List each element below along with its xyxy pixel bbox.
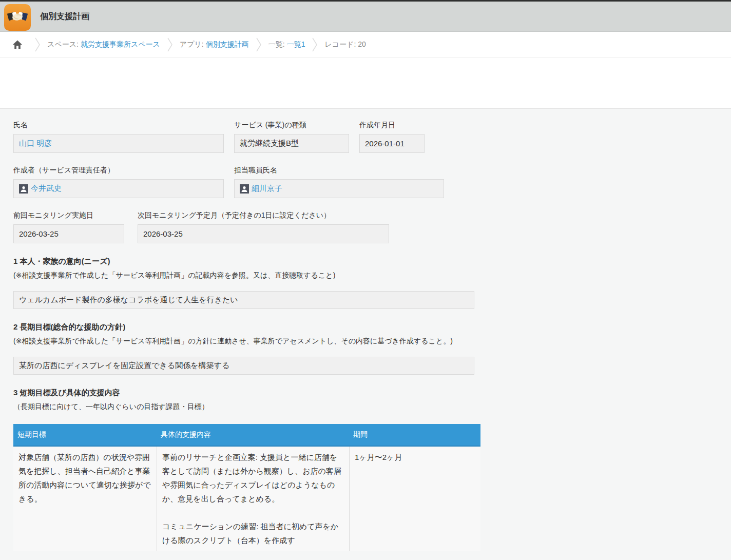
home-link[interactable] (7, 40, 28, 50)
breadcrumb-view-label: 一覧: (268, 40, 285, 49)
field-creator-value-link[interactable]: 今井武史 (31, 184, 62, 194)
section-short-goal-title: 3 短期目標及び具体的支援内容 (13, 388, 731, 398)
page-title: 個別支援計画 (40, 11, 89, 22)
breadcrumb-space: スペース: 就労支援事業所スペース (47, 40, 160, 49)
breadcrumb-record-label: レコード: 20 (324, 40, 366, 49)
chevron-right-icon (167, 37, 172, 52)
breadcrumb-app-label: アプリ: (180, 40, 204, 49)
field-creator-value-box: 今井武史 (13, 179, 224, 198)
field-name-label: 氏名 (13, 121, 224, 130)
field-row-3: 前回モニタリング実施日 2026-03-25 次回モニタリング予定月（予定付きの… (13, 211, 731, 243)
field-creator: 作成者（サービス管理責任者） 今井武史 (13, 166, 224, 198)
field-creator-label: 作成者（サービス管理責任者） (13, 166, 224, 175)
field-created-date: 作成年月日 2026-01-01 (359, 121, 425, 153)
breadcrumb-view: 一覧: 一覧1 (268, 40, 305, 49)
field-staff-value-link[interactable]: 細川京子 (252, 184, 282, 194)
section-long-goal: 2 長期目標(総合的な援助の方針) (※相談支援事業所で作成した「サービス等利用… (13, 322, 731, 375)
section-needs-value: ウェルカムボード製作の多様なコラボを通じて人生を行きたい (19, 295, 238, 305)
home-icon (12, 40, 23, 50)
user-icon (240, 184, 249, 194)
field-created-date-value: 2026-01-01 (365, 139, 405, 148)
app-header: 個別支援計画 (0, 2, 731, 32)
field-next-monitoring-value-box: 2026-03-25 (138, 224, 389, 243)
field-service-type-label: サービス (事業)の種類 (234, 121, 349, 130)
field-creator-user-chip: 今井武史 (19, 184, 62, 194)
field-last-monitoring-value-box: 2026-03-25 (13, 224, 124, 243)
breadcrumb-space-link[interactable]: 就労支援事業所スペース (81, 40, 160, 49)
field-service-type-value-box: 就労継続支援B型 (234, 134, 349, 153)
field-last-monitoring-value: 2026-03-25 (19, 229, 59, 238)
breadcrumb-record: レコード: 20 (324, 40, 366, 49)
support-plan-table-header: 短期目標 具体的支援内容 期間 (13, 424, 480, 447)
section-needs-title: 1 本人・家族の意向(ニーズ) (13, 257, 731, 266)
field-row-1: 氏名 山口 明彦 サービス (事業)の種類 就労継続支援B型 作成年月日 202… (13, 121, 731, 153)
field-last-monitoring-label: 前回モニタリング実施日 (13, 211, 124, 220)
field-next-monitoring-value: 2026-03-25 (143, 229, 183, 238)
section-long-goal-value-box: 某所の店西にディスプレイを固定設置できる関係を構築する (13, 357, 474, 375)
section-short-goal: 3 短期目標及び具体的支援内容 （長期目標に向けて、一年以内ぐらいの目指す課題・… (13, 388, 731, 551)
field-staff-value-box: 細川京子 (234, 179, 444, 198)
section-needs-note: (※相談支援事業所で作成した「サービス等利用計画」の記載内容を参照。又は、直接聴… (13, 271, 731, 280)
field-created-date-label: 作成年月日 (359, 121, 425, 130)
field-next-monitoring: 次回モニタリング予定月（予定付きの1日に設定ください） 2026-03-25 (138, 211, 389, 243)
cell-short-goal: 対象店舗（某所の店西）の状況や雰囲気を把握し、担当者へ自己紹介と事業所の活動内容… (13, 447, 157, 551)
breadcrumb-app-link[interactable]: 個別支援計画 (206, 40, 249, 49)
chevron-right-icon (35, 37, 40, 52)
breadcrumb: スペース: 就労支援事業所スペース アプリ: 個別支援計画 一覧: 一覧1 レコ… (0, 32, 731, 57)
record-detail-form: 氏名 山口 明彦 サービス (事業)の種類 就労継続支援B型 作成年月日 202… (0, 109, 731, 560)
breadcrumb-space-label: スペース: (47, 40, 79, 49)
handshake-icon (4, 4, 31, 31)
user-icon (19, 184, 28, 194)
breadcrumb-view-link[interactable]: 一覧1 (287, 40, 305, 49)
field-staff-label: 担当職員氏名 (234, 166, 444, 175)
cell-support-content: 事前のリサーチと企画立案: 支援員と一緒に店舗を客として訪問（または外から観察）… (157, 447, 349, 551)
chevron-right-icon (312, 37, 317, 52)
field-name-value-box: 山口 明彦 (13, 134, 224, 153)
field-staff-user-chip: 細川京子 (240, 184, 282, 194)
support-plan-table: 短期目標 具体的支援内容 期間 対象店舗（某所の店西）の状況や雰囲気を把握し、担… (13, 424, 480, 551)
field-next-monitoring-label: 次回モニタリング予定月（予定付きの1日に設定ください） (138, 211, 389, 220)
field-created-date-value-box: 2026-01-01 (359, 134, 425, 153)
chevron-right-icon (256, 37, 261, 52)
section-needs: 1 本人・家族の意向(ニーズ) (※相談支援事業所で作成した「サービス等利用計画… (13, 257, 731, 309)
column-header-support-content: 具体的支援内容 (157, 430, 349, 439)
section-long-goal-value: 某所の店西にディスプレイを固定設置できる関係を構築する (19, 361, 229, 371)
table-row: 対象店舗（某所の店西）の状況や雰囲気を把握し、担当者へ自己紹介と事業所の活動内容… (13, 447, 480, 551)
record-toolbar-area (0, 57, 731, 109)
section-long-goal-note: (※相談支援事業所で作成した「サービス等利用計画」の方針に連動させ、事業所でアセ… (13, 337, 731, 346)
cell-period: 1ヶ月〜2ヶ月 (349, 447, 480, 551)
field-name: 氏名 山口 明彦 (13, 121, 224, 153)
field-staff: 担当職員氏名 細川京子 (234, 166, 444, 198)
field-service-type-value: 就労継続支援B型 (240, 139, 299, 148)
field-service-type: サービス (事業)の種類 就労継続支援B型 (234, 121, 349, 153)
field-row-2: 作成者（サービス管理責任者） 今井武史 担当職員氏名 細川京子 (13, 166, 731, 198)
column-header-period: 期間 (349, 430, 480, 439)
section-long-goal-title: 2 長期目標(総合的な援助の方針) (13, 322, 731, 332)
section-needs-value-box: ウェルカムボード製作の多様なコラボを通じて人生を行きたい (13, 291, 474, 309)
breadcrumb-app: アプリ: 個別支援計画 (180, 40, 249, 49)
column-header-short-goal: 短期目標 (13, 430, 157, 439)
section-short-goal-note: （長期目標に向けて、一年以内ぐらいの目指す課題・目標） (13, 402, 731, 412)
field-name-value-link[interactable]: 山口 明彦 (19, 139, 52, 148)
field-last-monitoring: 前回モニタリング実施日 2026-03-25 (13, 211, 124, 243)
